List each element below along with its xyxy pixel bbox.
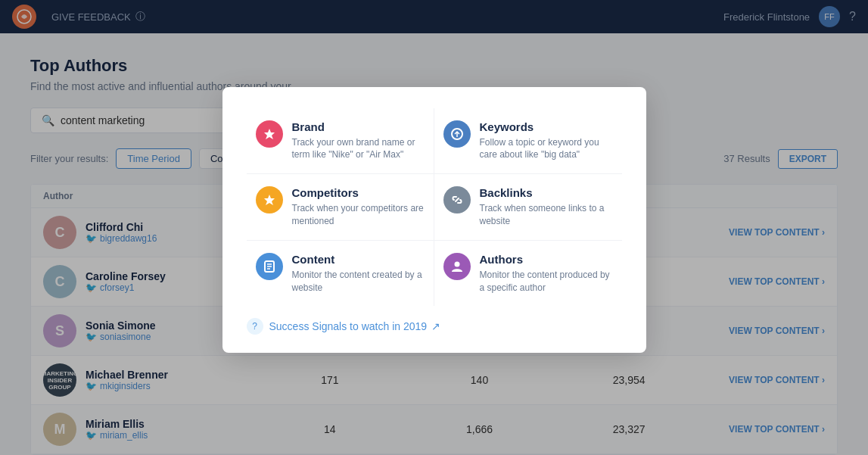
keywords-icon xyxy=(443,120,471,148)
modal-item-backlinks[interactable]: Backlinks Track when someone links to a … xyxy=(434,174,622,241)
keywords-desc: Follow a topic or keyword you care about… xyxy=(480,136,613,162)
brand-text: Brand Track your own brand name or term … xyxy=(292,120,425,162)
external-link-icon: ↗ xyxy=(431,320,440,332)
footer-link[interactable]: Success Signals to watch in 2019 ↗ xyxy=(269,320,441,332)
authors-text: Authors Monitor the content produced by … xyxy=(480,253,613,295)
keywords-text: Keywords Follow a topic or keyword you c… xyxy=(480,120,613,162)
modal-item-brand[interactable]: Brand Track your own brand name or term … xyxy=(247,108,434,175)
brand-title: Brand xyxy=(292,120,425,133)
backlinks-title: Backlinks xyxy=(480,186,613,199)
content-icon xyxy=(256,253,283,280)
footer-question-icon: ? xyxy=(247,318,263,335)
authors-icon xyxy=(443,253,471,280)
competitors-icon xyxy=(256,186,283,213)
backlinks-icon xyxy=(443,186,471,213)
modal-footer: ? Success Signals to watch in 2019 ↗ xyxy=(247,318,622,335)
authors-desc: Monitor the content produced by a specif… xyxy=(480,269,613,295)
modal-item-keywords[interactable]: Keywords Follow a topic or keyword you c… xyxy=(434,108,622,175)
modal-grid: Brand Track your own brand name or term … xyxy=(247,108,622,307)
modal-overlay[interactable]: Brand Track your own brand name or term … xyxy=(0,0,868,455)
content-desc: Monitor the content created by a website xyxy=(292,269,425,295)
brand-desc: Track your own brand name or term like "… xyxy=(292,136,425,162)
competitors-desc: Track when your competitors are mentione… xyxy=(292,202,425,228)
modal-item-authors[interactable]: Authors Monitor the content produced by … xyxy=(434,241,622,307)
competitors-text: Competitors Track when your competitors … xyxy=(292,186,425,228)
authors-title: Authors xyxy=(480,253,613,266)
modal-item-content[interactable]: Content Monitor the content created by a… xyxy=(247,241,434,307)
backlinks-desc: Track when someone links to a website xyxy=(480,202,613,228)
brand-icon xyxy=(256,120,283,148)
backlinks-text: Backlinks Track when someone links to a … xyxy=(480,186,613,228)
modal-item-competitors[interactable]: Competitors Track when your competitors … xyxy=(247,174,434,241)
content-text: Content Monitor the content created by a… xyxy=(292,253,425,295)
keywords-title: Keywords xyxy=(480,120,613,133)
content-title: Content xyxy=(292,253,425,266)
footer-link-text: Success Signals to watch in 2019 xyxy=(269,320,428,332)
svg-point-6 xyxy=(454,261,459,266)
competitors-title: Competitors xyxy=(292,186,425,199)
modal: Brand Track your own brand name or term … xyxy=(222,87,646,354)
